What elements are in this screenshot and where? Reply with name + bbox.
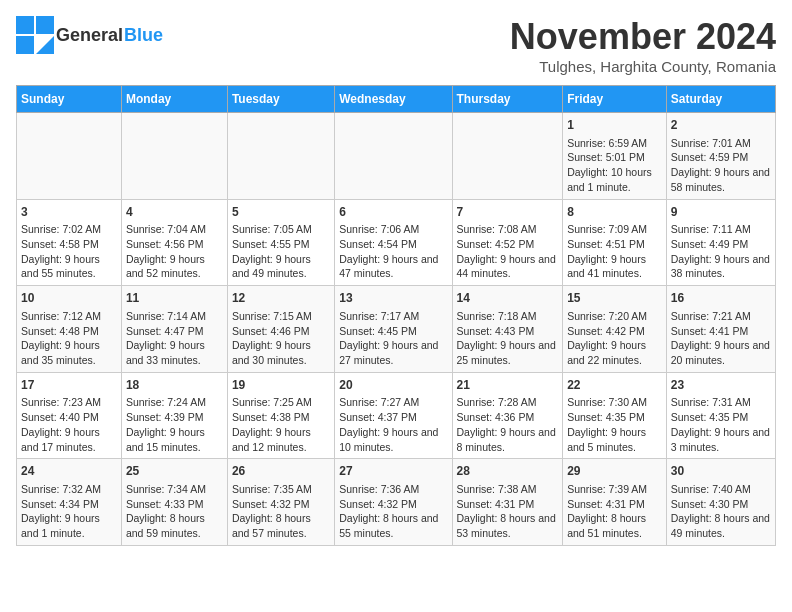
day-header-friday: Friday (563, 86, 667, 113)
svg-marker-3 (36, 36, 54, 54)
day-info: Sunrise: 7:30 AM Sunset: 4:35 PM Dayligh… (567, 395, 662, 454)
day-number: 30 (671, 463, 771, 480)
day-info: Sunrise: 7:02 AM Sunset: 4:58 PM Dayligh… (21, 222, 117, 281)
day-header-saturday: Saturday (666, 86, 775, 113)
calendar-cell: 11Sunrise: 7:14 AM Sunset: 4:47 PM Dayli… (121, 286, 227, 373)
svg-rect-1 (36, 16, 54, 34)
day-number: 23 (671, 377, 771, 394)
calendar-week-2: 3Sunrise: 7:02 AM Sunset: 4:58 PM Daylig… (17, 199, 776, 286)
day-header-sunday: Sunday (17, 86, 122, 113)
calendar-cell: 26Sunrise: 7:35 AM Sunset: 4:32 PM Dayli… (227, 459, 334, 546)
calendar-cell: 18Sunrise: 7:24 AM Sunset: 4:39 PM Dayli… (121, 372, 227, 459)
day-info: Sunrise: 6:59 AM Sunset: 5:01 PM Dayligh… (567, 136, 662, 195)
day-number: 29 (567, 463, 662, 480)
day-number: 7 (457, 204, 559, 221)
calendar-week-4: 17Sunrise: 7:23 AM Sunset: 4:40 PM Dayli… (17, 372, 776, 459)
day-number: 17 (21, 377, 117, 394)
calendar-body: 1Sunrise: 6:59 AM Sunset: 5:01 PM Daylig… (17, 113, 776, 546)
calendar-cell (121, 113, 227, 200)
calendar-cell: 16Sunrise: 7:21 AM Sunset: 4:41 PM Dayli… (666, 286, 775, 373)
calendar-header-row: SundayMondayTuesdayWednesdayThursdayFrid… (17, 86, 776, 113)
calendar-cell (227, 113, 334, 200)
day-info: Sunrise: 7:40 AM Sunset: 4:30 PM Dayligh… (671, 482, 771, 541)
day-number: 5 (232, 204, 330, 221)
calendar-cell: 9Sunrise: 7:11 AM Sunset: 4:49 PM Daylig… (666, 199, 775, 286)
day-number: 3 (21, 204, 117, 221)
day-info: Sunrise: 7:39 AM Sunset: 4:31 PM Dayligh… (567, 482, 662, 541)
day-number: 24 (21, 463, 117, 480)
calendar-cell: 30Sunrise: 7:40 AM Sunset: 4:30 PM Dayli… (666, 459, 775, 546)
day-info: Sunrise: 7:04 AM Sunset: 4:56 PM Dayligh… (126, 222, 223, 281)
calendar-cell: 19Sunrise: 7:25 AM Sunset: 4:38 PM Dayli… (227, 372, 334, 459)
day-info: Sunrise: 7:25 AM Sunset: 4:38 PM Dayligh… (232, 395, 330, 454)
day-info: Sunrise: 7:36 AM Sunset: 4:32 PM Dayligh… (339, 482, 447, 541)
day-number: 12 (232, 290, 330, 307)
calendar-week-3: 10Sunrise: 7:12 AM Sunset: 4:48 PM Dayli… (17, 286, 776, 373)
day-number: 18 (126, 377, 223, 394)
calendar-cell: 7Sunrise: 7:08 AM Sunset: 4:52 PM Daylig… (452, 199, 563, 286)
title-section: November 2024 Tulghes, Harghita County, … (510, 16, 776, 75)
calendar-cell: 21Sunrise: 7:28 AM Sunset: 4:36 PM Dayli… (452, 372, 563, 459)
day-number: 8 (567, 204, 662, 221)
calendar-cell: 2Sunrise: 7:01 AM Sunset: 4:59 PM Daylig… (666, 113, 775, 200)
day-info: Sunrise: 7:31 AM Sunset: 4:35 PM Dayligh… (671, 395, 771, 454)
day-number: 16 (671, 290, 771, 307)
day-info: Sunrise: 7:15 AM Sunset: 4:46 PM Dayligh… (232, 309, 330, 368)
logo-blue-text: Blue (124, 25, 163, 46)
day-header-thursday: Thursday (452, 86, 563, 113)
day-info: Sunrise: 7:05 AM Sunset: 4:55 PM Dayligh… (232, 222, 330, 281)
day-number: 20 (339, 377, 447, 394)
calendar-cell: 27Sunrise: 7:36 AM Sunset: 4:32 PM Dayli… (335, 459, 452, 546)
svg-rect-2 (16, 36, 34, 54)
calendar-cell (335, 113, 452, 200)
day-info: Sunrise: 7:24 AM Sunset: 4:39 PM Dayligh… (126, 395, 223, 454)
calendar-cell: 14Sunrise: 7:18 AM Sunset: 4:43 PM Dayli… (452, 286, 563, 373)
calendar-cell (452, 113, 563, 200)
calendar-cell: 5Sunrise: 7:05 AM Sunset: 4:55 PM Daylig… (227, 199, 334, 286)
day-info: Sunrise: 7:35 AM Sunset: 4:32 PM Dayligh… (232, 482, 330, 541)
day-info: Sunrise: 7:08 AM Sunset: 4:52 PM Dayligh… (457, 222, 559, 281)
day-info: Sunrise: 7:27 AM Sunset: 4:37 PM Dayligh… (339, 395, 447, 454)
calendar-cell: 17Sunrise: 7:23 AM Sunset: 4:40 PM Dayli… (17, 372, 122, 459)
logo-general-text: General (56, 25, 123, 46)
day-number: 27 (339, 463, 447, 480)
day-info: Sunrise: 7:01 AM Sunset: 4:59 PM Dayligh… (671, 136, 771, 195)
day-number: 28 (457, 463, 559, 480)
calendar-cell: 8Sunrise: 7:09 AM Sunset: 4:51 PM Daylig… (563, 199, 667, 286)
day-info: Sunrise: 7:12 AM Sunset: 4:48 PM Dayligh… (21, 309, 117, 368)
svg-rect-0 (16, 16, 34, 34)
calendar-cell: 1Sunrise: 6:59 AM Sunset: 5:01 PM Daylig… (563, 113, 667, 200)
day-info: Sunrise: 7:28 AM Sunset: 4:36 PM Dayligh… (457, 395, 559, 454)
day-info: Sunrise: 7:23 AM Sunset: 4:40 PM Dayligh… (21, 395, 117, 454)
calendar-cell: 23Sunrise: 7:31 AM Sunset: 4:35 PM Dayli… (666, 372, 775, 459)
day-number: 21 (457, 377, 559, 394)
calendar-cell: 29Sunrise: 7:39 AM Sunset: 4:31 PM Dayli… (563, 459, 667, 546)
day-number: 10 (21, 290, 117, 307)
page-header: General Blue November 2024 Tulghes, Harg… (16, 16, 776, 75)
day-header-monday: Monday (121, 86, 227, 113)
logo: General Blue (16, 16, 163, 54)
calendar-cell (17, 113, 122, 200)
day-info: Sunrise: 7:21 AM Sunset: 4:41 PM Dayligh… (671, 309, 771, 368)
day-number: 11 (126, 290, 223, 307)
day-number: 22 (567, 377, 662, 394)
day-info: Sunrise: 7:34 AM Sunset: 4:33 PM Dayligh… (126, 482, 223, 541)
day-info: Sunrise: 7:20 AM Sunset: 4:42 PM Dayligh… (567, 309, 662, 368)
calendar-week-1: 1Sunrise: 6:59 AM Sunset: 5:01 PM Daylig… (17, 113, 776, 200)
calendar-cell: 24Sunrise: 7:32 AM Sunset: 4:34 PM Dayli… (17, 459, 122, 546)
calendar-cell: 6Sunrise: 7:06 AM Sunset: 4:54 PM Daylig… (335, 199, 452, 286)
day-number: 19 (232, 377, 330, 394)
calendar-week-5: 24Sunrise: 7:32 AM Sunset: 4:34 PM Dayli… (17, 459, 776, 546)
page-subtitle: Tulghes, Harghita County, Romania (510, 58, 776, 75)
calendar-cell: 4Sunrise: 7:04 AM Sunset: 4:56 PM Daylig… (121, 199, 227, 286)
day-number: 14 (457, 290, 559, 307)
calendar-table: SundayMondayTuesdayWednesdayThursdayFrid… (16, 85, 776, 546)
day-number: 6 (339, 204, 447, 221)
calendar-cell: 3Sunrise: 7:02 AM Sunset: 4:58 PM Daylig… (17, 199, 122, 286)
calendar-cell: 25Sunrise: 7:34 AM Sunset: 4:33 PM Dayli… (121, 459, 227, 546)
calendar-cell: 13Sunrise: 7:17 AM Sunset: 4:45 PM Dayli… (335, 286, 452, 373)
day-info: Sunrise: 7:14 AM Sunset: 4:47 PM Dayligh… (126, 309, 223, 368)
day-number: 15 (567, 290, 662, 307)
day-header-wednesday: Wednesday (335, 86, 452, 113)
day-number: 13 (339, 290, 447, 307)
